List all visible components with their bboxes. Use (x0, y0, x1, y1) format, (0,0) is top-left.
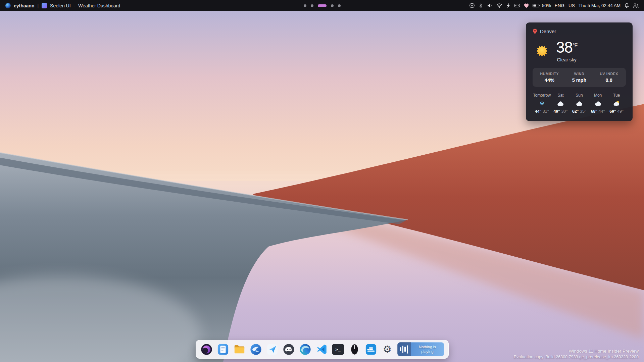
watermark-edition: Windows 11 Home Insider Preview (514, 348, 639, 354)
notes-app-icon[interactable] (216, 343, 230, 356)
forecast-day-label: Tue (613, 93, 620, 98)
media-status-text: Nothing is playing (411, 342, 444, 356)
battery-percent-label: 50% (542, 3, 551, 8)
forecast-day: Tomorrow ❄ 44°31° (533, 93, 551, 114)
snowflake-icon: ❄ (540, 101, 544, 106)
weather-location-row: Denver (533, 29, 626, 34)
oval-app-icon[interactable] (348, 343, 361, 356)
forecast-day-label: Sun (576, 93, 583, 98)
stat-value: 44% (538, 77, 561, 83)
temperature-unit: °F (573, 43, 577, 48)
vscode-icon[interactable] (315, 343, 328, 356)
partly-sunny-icon (613, 100, 620, 107)
forecast-high: 44° (535, 109, 541, 114)
active-app-icon[interactable] (42, 3, 47, 8)
window-title-label[interactable]: Weather Dashboard (78, 3, 120, 8)
energy-icon[interactable] (506, 3, 510, 8)
forecast-low: 31° (543, 109, 549, 114)
language-selector[interactable]: ENG - US (555, 3, 575, 8)
weather-current: 38°F Clear sky (533, 40, 626, 62)
update-icon[interactable] (469, 3, 475, 8)
condition-label: Clear sky (557, 57, 576, 62)
app-name-label[interactable]: Seelen UI (50, 3, 70, 8)
settings-icon[interactable]: ⚙ (381, 343, 394, 356)
edge-browser-icon[interactable] (299, 343, 312, 356)
topbar-left: eythaann | Seelen UI - Weather Dashboard (5, 3, 120, 8)
forecast-low: 35° (580, 109, 586, 114)
workspace-switcher (304, 0, 341, 11)
seelen-logo-icon[interactable] (5, 3, 11, 8)
weather-widget[interactable]: Denver 38°F Clear sky HUMIDITY 44% (526, 22, 633, 121)
location-pin-icon (533, 29, 537, 34)
wifi-icon[interactable] (496, 3, 502, 8)
forecast-high: 49° (553, 109, 560, 114)
stat-wind: WIND 5 mph (567, 72, 591, 83)
stat-value: 0.0 (597, 77, 621, 83)
stat-humidity: HUMIDITY 44% (538, 72, 561, 83)
separator: - (74, 3, 76, 8)
forecast-row: Tomorrow ❄ 44°31° Sat 49°30° Sun 62°35° … (533, 93, 626, 114)
discord-icon[interactable] (282, 343, 295, 356)
thunderbird-icon[interactable] (249, 343, 262, 356)
forecast-day: Tue 69°49° (607, 93, 626, 114)
cloud-icon (576, 100, 583, 107)
weather-stats: HUMIDITY 44% WIND 5 mph UV INDEX 0.0 (533, 68, 626, 87)
battery-icon (533, 3, 540, 8)
terminal-prompt-glyph: >_ (335, 347, 341, 352)
stat-label: WIND (567, 72, 591, 76)
equalizer-icon (397, 342, 411, 356)
volume-icon[interactable] (487, 3, 493, 8)
stat-uv-index: UV INDEX 0.0 (597, 72, 621, 83)
stat-value: 5 mph (567, 77, 591, 83)
terminal-icon[interactable]: >_ (332, 343, 345, 356)
gear-glyph: ⚙ (383, 345, 392, 354)
maps-app-icon[interactable] (266, 343, 279, 356)
workspace-dot-active[interactable] (318, 4, 327, 7)
docker-icon[interactable] (364, 343, 378, 356)
forecast-low: 44° (599, 109, 605, 114)
bluetooth-icon[interactable] (479, 3, 483, 8)
stat-label: UV INDEX (597, 72, 621, 76)
temperature-block: 38°F Clear sky (556, 40, 577, 62)
topbar-tray: 50% ENG - US Thu 5 Mar, 02:44 AM (469, 3, 639, 8)
forecast-day-label: Tomorrow (533, 93, 551, 98)
temperature-value: 38 (556, 39, 573, 56)
current-temperature: 38°F (556, 40, 577, 55)
forecast-day-label: Sat (557, 93, 563, 98)
forecast-day: Sun 62°35° (570, 93, 589, 114)
heart-icon[interactable] (524, 3, 529, 8)
workspace-dot[interactable] (338, 4, 341, 7)
sun-icon (534, 43, 550, 59)
workspace-dot[interactable] (311, 4, 313, 7)
clock[interactable]: Thu 5 Mar, 02:44 AM (579, 3, 621, 8)
file-explorer-icon[interactable] (233, 343, 246, 356)
users-icon[interactable] (633, 3, 639, 8)
dock: >_ ⚙ Nothing is playing (196, 340, 449, 359)
separator: | (37, 3, 39, 8)
media-status-line2: playing (421, 349, 433, 354)
battery-indicator[interactable]: 50% (533, 3, 551, 8)
media-player-widget[interactable]: Nothing is playing (397, 342, 444, 356)
workspace-dot[interactable] (304, 4, 306, 7)
watermark-build: Evaluation copy. Build 26300.7939.ge_pre… (514, 354, 639, 360)
notifications-bell-icon[interactable] (624, 3, 629, 8)
forecast-high: 68° (591, 109, 597, 114)
forecast-low: 30° (561, 109, 567, 114)
cloud-icon (594, 100, 602, 107)
forecast-high: 69° (609, 109, 616, 114)
stat-label: HUMIDITY (538, 72, 561, 76)
weather-location-label: Denver (540, 29, 556, 34)
workspace-dot[interactable] (331, 4, 334, 7)
gamepad-icon[interactable] (514, 3, 520, 8)
cloud-icon (557, 100, 564, 107)
forecast-low: 49° (617, 109, 624, 114)
media-status-line1: Nothing is (419, 345, 436, 349)
music-app-icon[interactable] (200, 343, 213, 356)
forecast-day: Mon 68°44° (589, 93, 607, 114)
windows-watermark: Windows 11 Home Insider Preview Evaluati… (514, 348, 639, 360)
desktop: eythaann | Seelen UI - Weather Dashboard (0, 0, 644, 362)
username-label: eythaann (14, 3, 34, 8)
forecast-day: Sat 49°30° (551, 93, 570, 114)
forecast-day-label: Mon (594, 93, 602, 98)
forecast-high: 62° (572, 109, 579, 114)
